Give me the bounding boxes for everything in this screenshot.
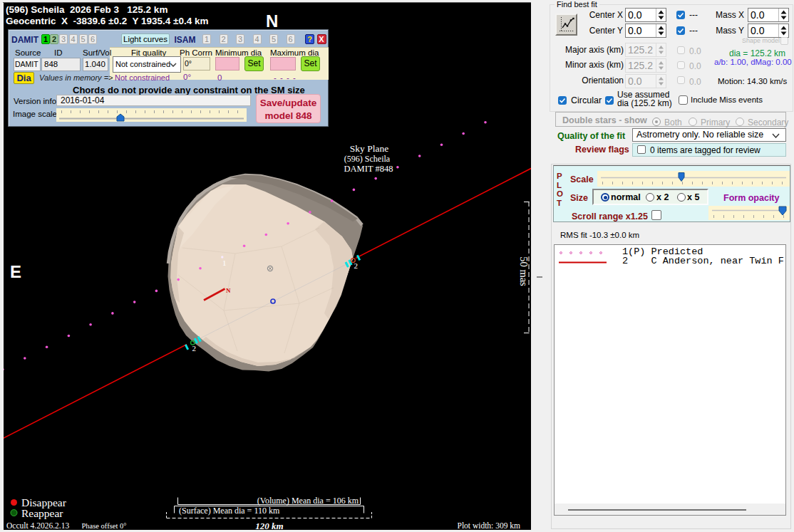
svg-text:1: 1 bbox=[222, 259, 227, 267]
svg-text:Geocentric X -3839.6 ±0.2 Y: Geocentric X -3839.6 ±0.2 Y 1935.4 ±0.4 … bbox=[6, 16, 209, 26]
svg-text:Phase offset 0°: Phase offset 0° bbox=[82, 522, 127, 530]
svg-text:50 mas: 50 mas bbox=[518, 256, 530, 286]
svg-text:(Surface) Mean dia = 110 km: (Surface) Mean dia = 110 km bbox=[179, 506, 280, 516]
svg-text:DAMIT #848: DAMIT #848 bbox=[344, 164, 393, 174]
svg-text:Occult 4.2026.2.13: Occult 4.2026.2.13 bbox=[6, 521, 69, 530]
svg-text:E: E bbox=[10, 262, 21, 281]
svg-text:2: 2 bbox=[192, 344, 197, 353]
svg-text:Reappear: Reappear bbox=[21, 507, 63, 519]
svg-text:N: N bbox=[226, 287, 231, 294]
svg-text:(596) Scheila 2026 Feb 3 12: (596) Scheila 2026 Feb 3 125.2 km bbox=[6, 4, 167, 15]
svg-text:N: N bbox=[266, 11, 278, 31]
svg-text:2: 2 bbox=[354, 261, 359, 270]
svg-text:(596) Scheila: (596) Scheila bbox=[344, 154, 391, 164]
svg-text:120 km: 120 km bbox=[255, 521, 283, 530]
svg-text:(Volume) Mean dia = 106 km: (Volume) Mean dia = 106 km bbox=[257, 496, 359, 506]
svg-text:Plot width: 309 km: Plot width: 309 km bbox=[458, 521, 521, 530]
svg-text:Sky Plane: Sky Plane bbox=[350, 143, 388, 154]
